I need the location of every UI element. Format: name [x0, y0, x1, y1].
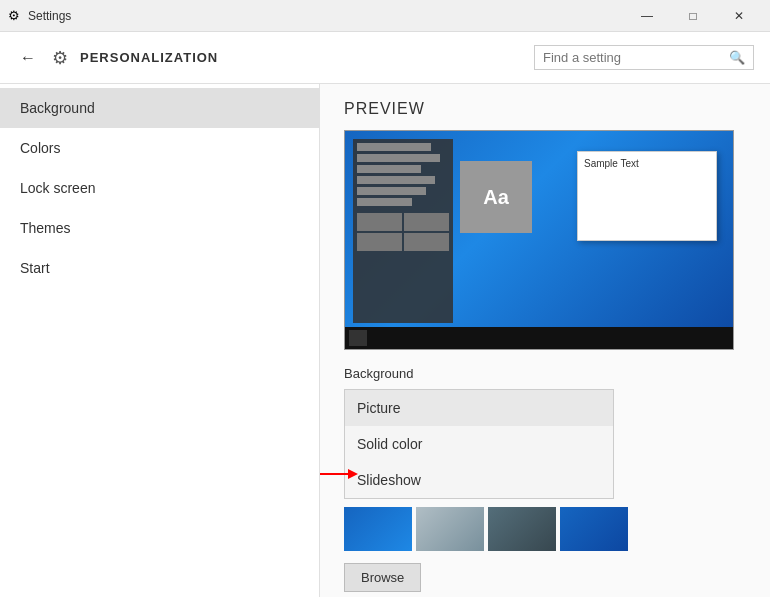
sidebar-item-label: Colors — [20, 140, 60, 156]
preview-aa-tile: Aa — [460, 161, 532, 233]
annotation-arrow — [320, 460, 355, 488]
mini-cell-3 — [357, 233, 402, 251]
title-bar-controls: — □ ✕ — [624, 0, 762, 32]
dropdown-item-picture[interactable]: Picture — [345, 390, 613, 426]
search-icon: 🔍 — [729, 50, 745, 65]
browse-button[interactable]: Browse — [344, 563, 421, 592]
maximize-button[interactable]: □ — [670, 0, 716, 32]
mini-row-2 — [357, 154, 440, 162]
sidebar-item-label: Start — [20, 260, 50, 276]
sidebar-item-start[interactable]: Start — [0, 248, 319, 288]
mini-row-1 — [357, 143, 431, 151]
title-bar: ⚙ Settings — □ ✕ — [0, 0, 770, 32]
search-box: 🔍 — [534, 45, 754, 70]
preview-window: Aa Sample Text — [344, 130, 734, 350]
sidebar-item-label: Themes — [20, 220, 71, 236]
preview-mini-sidebar — [353, 139, 453, 323]
aa-label: Aa — [483, 186, 509, 209]
title-bar-icon: ⚙ — [8, 8, 20, 23]
mini-row-5 — [357, 187, 426, 195]
mini-cell-4 — [404, 233, 449, 251]
preview-start-button — [349, 330, 367, 346]
thumbnail-strip — [344, 507, 746, 551]
mini-cell-1 — [357, 213, 402, 231]
mini-row-4 — [357, 176, 435, 184]
preview-dialog: Sample Text — [577, 151, 717, 241]
sidebar-item-colors[interactable]: Colors — [0, 128, 319, 168]
mini-grid — [357, 213, 449, 251]
thumbnail-2[interactable] — [416, 507, 484, 551]
close-button[interactable]: ✕ — [716, 0, 762, 32]
sidebar: Background Colors Lock screen Themes Sta… — [0, 84, 320, 597]
content-area: PREVIEW Aa — [320, 84, 770, 597]
preview-title: PREVIEW — [344, 100, 746, 118]
sidebar-item-themes[interactable]: Themes — [0, 208, 319, 248]
thumbnail-1[interactable] — [344, 507, 412, 551]
sample-text: Sample Text — [584, 158, 710, 169]
dropdown-item-slideshow[interactable]: Slideshow — [345, 462, 613, 498]
mini-row-6 — [357, 198, 412, 206]
dropdown-item-label: Picture — [357, 400, 401, 416]
minimize-button[interactable]: — — [624, 0, 670, 32]
thumbnail-4[interactable] — [560, 507, 628, 551]
sidebar-item-background[interactable]: Background — [0, 88, 319, 128]
background-dropdown: Picture Solid color Slideshow — [344, 389, 614, 499]
search-input[interactable] — [543, 50, 723, 65]
dropdown-item-label: Solid color — [357, 436, 422, 452]
mini-cell-2 — [404, 213, 449, 231]
title-bar-left: ⚙ Settings — [8, 8, 71, 23]
preview-taskbar — [345, 327, 733, 349]
personalization-icon: ⚙ — [52, 47, 68, 69]
main-layout: Background Colors Lock screen Themes Sta… — [0, 84, 770, 597]
app-header: ← ⚙ PERSONALIZATION 🔍 — [0, 32, 770, 84]
sidebar-item-lockscreen[interactable]: Lock screen — [0, 168, 319, 208]
background-section-label: Background — [344, 366, 746, 381]
sidebar-item-label: Lock screen — [20, 180, 95, 196]
sidebar-item-label: Background — [20, 100, 95, 116]
page-title: PERSONALIZATION — [80, 50, 522, 65]
dropdown-item-label: Slideshow — [357, 472, 421, 488]
thumbnail-3[interactable] — [488, 507, 556, 551]
back-button[interactable]: ← — [16, 45, 40, 71]
dropdown-item-solid-color[interactable]: Solid color — [345, 426, 613, 462]
mini-row-3 — [357, 165, 421, 173]
title-bar-title: Settings — [28, 9, 71, 23]
